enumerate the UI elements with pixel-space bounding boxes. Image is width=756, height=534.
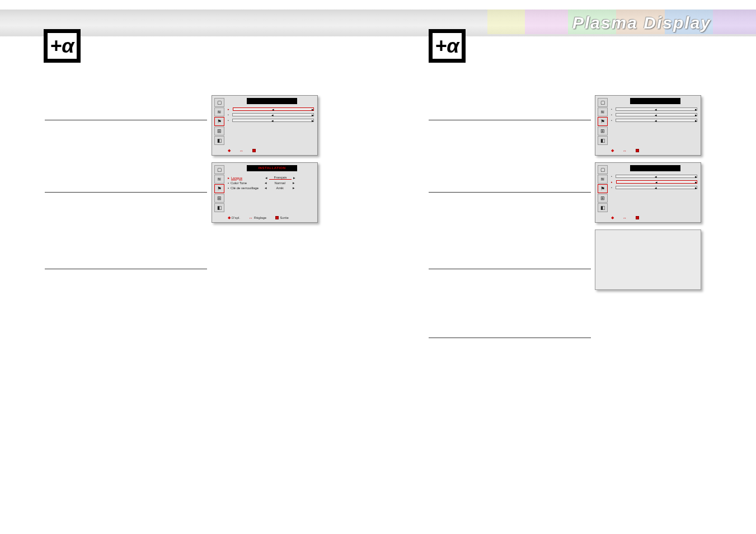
osd-icon-sound: ≋ bbox=[598, 175, 608, 184]
step-num: 4 bbox=[429, 312, 444, 333]
osd-icons: ▢ ≋ ⚑ ⊞ ◧ bbox=[598, 98, 608, 145]
osd-colortone-value: Normal bbox=[269, 181, 291, 185]
section-title-right: Utilisation de la fonction Fixe (maintie… bbox=[474, 40, 709, 69]
right-steps: 1 Appuyez sur le bouton MENU. Résultat: … bbox=[429, 94, 591, 399]
osd-footer-displ: D'spl. bbox=[232, 216, 240, 219]
osd-left-2: ▢ ≋ ⚑ ⊞ ◧ INSTALLATION ▸ Langue ◂ França… bbox=[212, 162, 318, 223]
step-body: Résultat: Le menu principal s'affiche. bbox=[429, 125, 591, 133]
left-step1: 1 Appuyez sur le bouton MENU. Résultat: … bbox=[45, 94, 207, 133]
right-step2: 2 Appuyez sur le bouton ▲ ou ▼ jusqu'à c… bbox=[429, 166, 591, 224]
right-notes: Remarque Vous pouvez également sélection… bbox=[429, 367, 591, 395]
osd-footer-reglage: Réglage bbox=[254, 216, 266, 219]
osd-icon-picture: ▢ bbox=[598, 165, 608, 174]
left-step3: 3 Appuyez sur le bouton ◄ ou ► pour séle… bbox=[45, 243, 207, 301]
step-head-text: Appuyez sur le bouton ◄ ou ► bbox=[62, 253, 153, 260]
osd-icon-pip: ◧ bbox=[598, 203, 608, 212]
step-head-text: Appuyez sur le bouton ▲ ou ▼ bbox=[446, 176, 537, 183]
step-body: normale, appuyez de nouveau sur le bouto… bbox=[429, 343, 591, 350]
osd-icon-sound: ≋ bbox=[214, 107, 224, 116]
step-num: 2 bbox=[429, 166, 444, 188]
header-title: Plasma Display bbox=[572, 13, 711, 32]
alpha-box-right: +α bbox=[429, 29, 466, 63]
step-num: 1 bbox=[429, 94, 444, 115]
right-step4: 4 Pour revenir en visualisation normale,… bbox=[429, 312, 591, 350]
osd-colortone-label: Color Tone bbox=[231, 181, 263, 185]
left-step2: 2 Appuyez sur le bouton ▲ ou ▼ jusqu'à c… bbox=[45, 166, 207, 224]
osd-footer: ◆ ↔ bbox=[611, 216, 697, 220]
step-body: Résultat: Les options disponibles dans l… bbox=[429, 208, 591, 224]
osd-lang-value: Français bbox=[269, 176, 292, 180]
osd-footer: ◆D'spl. ↔Réglage Sortie bbox=[228, 216, 314, 220]
osd-icon-sound: ≋ bbox=[214, 175, 224, 184]
osd-icon-function: ⊞ bbox=[214, 127, 224, 135]
osd-icon-pip: ◧ bbox=[214, 203, 224, 212]
osd-icon-pip: ◧ bbox=[598, 136, 608, 145]
osd-title bbox=[247, 98, 297, 104]
osd-left-1: ▢ ≋ ⚑ ⊞ ◧ ▸◂▸ •◂▸ •◂▸ ◆ ↔ bbox=[212, 95, 318, 156]
osd-icons: ▢ ≋ ⚑ ⊞ ◧ bbox=[598, 165, 608, 212]
osd-icon-install: ⚑ bbox=[598, 117, 608, 126]
section-title-left: Sélection de la langue bbox=[90, 40, 219, 55]
header-band: Plasma Display bbox=[0, 10, 756, 36]
osd-lock-value: Arrêt bbox=[269, 186, 291, 190]
osd-icon-pip: ◧ bbox=[214, 136, 224, 145]
notes-label: Remarque bbox=[429, 368, 459, 374]
step-num: 1 bbox=[45, 94, 60, 115]
osd-icon-install: ⚑ bbox=[214, 117, 224, 126]
osd-icon-picture: ▢ bbox=[214, 98, 224, 107]
step-num: 2 bbox=[45, 166, 60, 188]
osd-right-2: ▢ ≋ ⚑ ⊞ ◧ •◂▸ ▸◂▸ •◂▸ ◆ ↔ bbox=[595, 162, 701, 223]
osd-footer: ◆ ↔ bbox=[228, 148, 314, 153]
step-head-text: Appuyez sur le bouton MENU. bbox=[446, 104, 534, 111]
step-num: 3 bbox=[45, 243, 60, 264]
osd-lock-label: Clé de verrouillage bbox=[231, 186, 263, 190]
osd-icon-install: ⚑ bbox=[214, 184, 224, 193]
step-head-text: Appuyez sur le bouton ▲ ou ▼ bbox=[62, 176, 153, 183]
osd-icons: ▢ ≋ ⚑ ⊞ ◧ bbox=[214, 98, 224, 145]
right-step3: 3 Appuyez sur le bouton ◄ ou ► pour séle… bbox=[429, 243, 591, 293]
osd-title bbox=[630, 98, 680, 104]
osd-right-1: ▢ ≋ ⚑ ⊞ ◧ •◂▸ •◂▸ •◂▸ ◆ ↔ bbox=[595, 95, 701, 156]
step-body: jusqu'à ce que le menu Installation soit… bbox=[45, 197, 207, 205]
osd-icon-function: ⊞ bbox=[598, 127, 608, 135]
step-body: Résultat: Le menu principal s'affiche. bbox=[45, 125, 207, 133]
step-body: pour sélectionner la langue appropriée. … bbox=[45, 274, 207, 289]
step-body: Résultat: Le menu Installation s'affiche… bbox=[45, 208, 207, 224]
step-body: jusqu'à ce que le menu Fonction soit sél… bbox=[429, 197, 591, 205]
notes-body: Vous pouvez également sélectionner ces o… bbox=[429, 379, 591, 395]
osd-icon-picture: ▢ bbox=[214, 165, 224, 174]
osd-icon-function: ⊞ bbox=[598, 194, 608, 203]
step-body: pour sélectionner l'option Fixe. bbox=[429, 274, 591, 282]
osd-footer: ◆ ↔ bbox=[611, 148, 697, 153]
osd-icon-sound: ≋ bbox=[598, 107, 608, 116]
osd-icon-install: ⚑ bbox=[598, 184, 608, 193]
step-head-text: Appuyez sur le bouton MENU. bbox=[62, 104, 150, 111]
osd-title bbox=[630, 165, 680, 171]
step-body: Résultat: L'image en cours se maintient … bbox=[429, 285, 591, 293]
alpha-box-left: +α bbox=[44, 29, 81, 63]
step-head-text: Pour revenir en visualisation bbox=[446, 322, 530, 329]
page-number-right: 29 bbox=[705, 516, 711, 523]
osd-icon-picture: ▢ bbox=[598, 98, 608, 107]
step-head-text: Appuyez sur le bouton ◄ ou ► bbox=[446, 253, 537, 260]
osd-right-3-blank bbox=[595, 229, 701, 290]
left-intro-text: Lorsque vous utilisez l'écran à plasma p… bbox=[45, 72, 207, 96]
osd-icons: ▢ ≋ ⚑ ⊞ ◧ bbox=[214, 165, 224, 212]
right-step1: 1 Appuyez sur le bouton MENU. Résultat: … bbox=[429, 94, 591, 133]
osd-footer-sortie: Sortie bbox=[280, 216, 289, 219]
step-num: 3 bbox=[429, 243, 444, 264]
osd-lang-label: Langue bbox=[231, 176, 264, 180]
step-body: Résultat: Les langues disponibles s'affi… bbox=[45, 293, 207, 301]
osd-icon-function: ⊞ bbox=[214, 194, 224, 203]
left-steps: 1 Appuyez sur le bouton MENU. Résultat: … bbox=[45, 94, 207, 313]
page-number-left: 28 bbox=[45, 516, 51, 523]
osd-title: INSTALLATION bbox=[247, 165, 297, 171]
